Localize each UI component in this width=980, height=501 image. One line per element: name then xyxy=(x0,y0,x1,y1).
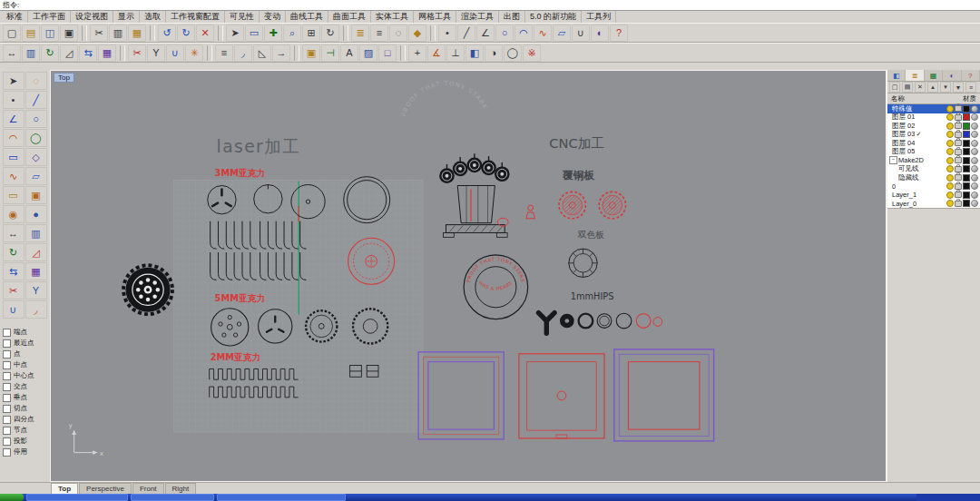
select-icon[interactable]: ➤ xyxy=(226,25,244,42)
layer-lock-icon[interactable] xyxy=(955,192,962,198)
osnap-checkbox[interactable] xyxy=(3,339,11,348)
paste-icon[interactable]: ▦ xyxy=(128,25,146,42)
layer-visibility-bulb-icon[interactable] xyxy=(946,113,954,121)
layer-color-swatch[interactable] xyxy=(963,200,970,207)
toolbar-tab-8[interactable]: 曲线工具 xyxy=(286,11,328,23)
layer-material-icon[interactable] xyxy=(971,157,978,164)
help-icon[interactable]: ? xyxy=(610,25,628,42)
arc-reactor-ring[interactable]: PROOF THAT TONY STARK HAS A HEART xyxy=(464,255,528,319)
osnap-item-7[interactable]: 切点 xyxy=(3,403,50,414)
layer-row-Layer_1[interactable]: Layer_1 xyxy=(887,191,980,200)
open-file-icon[interactable]: ▤ xyxy=(22,25,40,42)
hips-parts-group[interactable] xyxy=(538,313,662,334)
layer-color-swatch[interactable] xyxy=(963,123,970,130)
move-tool-icon[interactable]: ↔ xyxy=(3,224,24,242)
layer-material-icon[interactable] xyxy=(971,165,978,172)
options-icon[interactable]: ※ xyxy=(523,44,541,62)
layer-material-icon[interactable] xyxy=(971,192,978,199)
layer-row-隐藏线[interactable]: 隐藏线 xyxy=(887,173,980,182)
new-sublayer-icon[interactable]: ▤ xyxy=(902,82,913,93)
y-connector-part[interactable] xyxy=(538,313,554,334)
surface-tool-icon[interactable]: ▱ xyxy=(25,167,47,185)
viewport-tab-perspective[interactable]: Perspective xyxy=(79,483,132,494)
osnap-item-1[interactable]: 最近点 xyxy=(3,338,50,349)
circle-tool-icon[interactable]: ○ xyxy=(25,110,47,128)
copy-object-icon[interactable]: ▥ xyxy=(22,44,40,62)
osnap-checkbox[interactable] xyxy=(3,361,11,369)
osnap-checkbox[interactable] xyxy=(3,405,11,413)
delete-layer-icon[interactable]: ✕ xyxy=(915,82,926,93)
arc-icon[interactable]: ◠ xyxy=(514,25,533,42)
save-icon[interactable]: ◫ xyxy=(41,25,59,42)
viewport-label[interactable]: Top xyxy=(54,73,74,83)
cut-icon[interactable]: ✂ xyxy=(90,25,108,42)
move-down-icon[interactable]: ▾ xyxy=(940,82,951,93)
properties-icon[interactable]: ≡ xyxy=(370,25,388,42)
layer-color-swatch[interactable] xyxy=(963,182,970,190)
lock-icon[interactable]: ◆ xyxy=(408,25,426,42)
layer-material-icon[interactable] xyxy=(971,140,978,147)
scale-icon[interactable]: ◿ xyxy=(60,44,78,62)
panel-outline-1[interactable] xyxy=(418,352,504,439)
layer-visibility-bulb-icon[interactable] xyxy=(946,105,954,113)
viewport-tab-right[interactable]: Right xyxy=(165,483,197,494)
toolbar-tab-5[interactable]: 工作视窗配置 xyxy=(166,11,225,23)
hatch-icon[interactable]: ▨ xyxy=(359,44,377,62)
block-icon[interactable]: □ xyxy=(378,44,397,62)
toolbar-tab-6[interactable]: 可见性 xyxy=(225,11,260,23)
toolbar-tab-12[interactable]: 渲染工具 xyxy=(456,11,499,23)
osnap-checkbox[interactable] xyxy=(3,383,11,391)
offset-icon[interactable]: ≡ xyxy=(215,44,233,62)
toolbar-tab-2[interactable]: 设定视图 xyxy=(71,11,113,23)
cnc-assembly-drawing[interactable] xyxy=(439,153,534,237)
toolbar-tab-0[interactable]: 标准 xyxy=(2,11,28,23)
layer-lock-icon[interactable] xyxy=(955,132,962,138)
layer-color-swatch[interactable] xyxy=(963,105,970,113)
toolbar-tab-11[interactable]: 网格工具 xyxy=(414,11,456,23)
render-tab[interactable]: ◐ xyxy=(943,70,961,81)
hide-icon[interactable]: ◌ xyxy=(389,25,407,42)
layer-row-图层 02[interactable]: 图层 02 xyxy=(887,122,980,131)
layer-material-icon[interactable] xyxy=(971,131,978,138)
analyze-icon[interactable]: ∡ xyxy=(427,44,446,62)
layer-visibility-bulb-icon[interactable] xyxy=(946,123,954,130)
toolbar-tab-3[interactable]: 显示 xyxy=(113,11,140,23)
layer-lock-icon[interactable] xyxy=(955,166,962,172)
fillet-tool-icon[interactable]: ◞ xyxy=(25,300,47,319)
dual-color-board-part[interactable] xyxy=(569,249,597,277)
osnap-item-3[interactable]: 中点 xyxy=(3,359,50,370)
layer-visibility-bulb-icon[interactable] xyxy=(946,157,954,164)
new-file-icon[interactable]: ▢ xyxy=(3,25,21,42)
copy-tool-icon[interactable]: ▥ xyxy=(25,224,47,242)
layer-row-Make2D[interactable]: −Make2D xyxy=(887,156,980,165)
layer-material-icon[interactable] xyxy=(971,200,978,207)
selection-window-icon[interactable]: ▭ xyxy=(245,25,263,42)
polygon-tool-icon[interactable]: ◇ xyxy=(25,148,47,166)
line-tool-icon[interactable]: ╱ xyxy=(25,91,47,109)
help-tab[interactable]: ? xyxy=(962,70,980,81)
toolbar-tab-15[interactable]: 工具列 xyxy=(582,11,616,23)
toolbar-tab-10[interactable]: 实体工具 xyxy=(371,11,414,23)
layer-lock-icon[interactable] xyxy=(955,123,962,129)
taskbar-item[interactable] xyxy=(217,494,346,501)
trim-icon[interactable]: ✂ xyxy=(128,44,146,62)
rotate-icon[interactable]: ↻ xyxy=(41,44,59,62)
layer-material-icon[interactable] xyxy=(971,123,978,130)
osnap-checkbox[interactable] xyxy=(3,416,11,424)
osnap-item-8[interactable]: 四分点 xyxy=(3,414,50,425)
toolbar-tab-14[interactable]: 5.0 的新功能 xyxy=(525,11,582,23)
layer-visibility-bulb-icon[interactable] xyxy=(946,174,954,182)
plane-tool-icon[interactable]: ▭ xyxy=(3,186,24,204)
toolbar-tab-9[interactable]: 曲面工具 xyxy=(328,11,371,23)
osnap-item-5[interactable]: 交点 xyxy=(3,381,50,392)
layer-lock-icon[interactable] xyxy=(955,149,962,155)
arc-tool-icon[interactable]: ◠ xyxy=(3,129,24,147)
chamfer-icon[interactable]: ◺ xyxy=(253,44,271,62)
layer-visibility-bulb-icon[interactable] xyxy=(946,182,954,190)
line-icon[interactable]: ╱ xyxy=(457,25,475,42)
osnap-checkbox[interactable] xyxy=(3,329,11,337)
layer-material-icon[interactable] xyxy=(971,113,978,121)
point-tool-icon[interactable]: • xyxy=(3,91,24,109)
layers-icon[interactable]: ≣ xyxy=(351,25,369,42)
join-icon[interactable]: ∪ xyxy=(166,44,184,62)
